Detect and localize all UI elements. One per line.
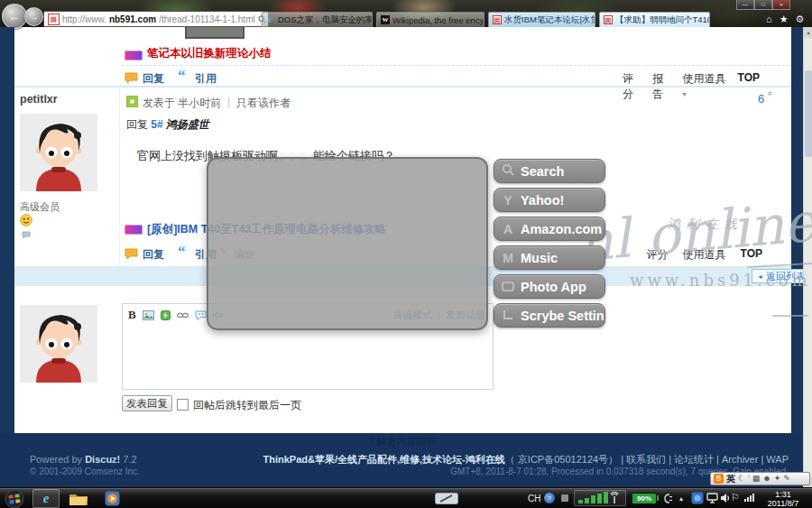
tab-wikipedia[interactable]: W Wikipedia, the free encyclo... [376,12,484,27]
menu-item-scrybe-settings[interactable]: Scrybe Settings [494,303,605,328]
reply-link[interactable]: 回复 [143,247,164,263]
network-icon[interactable] [706,493,718,503]
ime-tools-icon[interactable]: ✎ [783,473,790,485]
menu-item-label: Yahoo! [521,193,564,208]
volume-icon[interactable] [720,493,731,503]
desktop-screen: ← → 回 http://www.nb591.com/thread-101134… [0,0,812,508]
battery-indicator[interactable]: 90% [632,493,657,504]
forward-arrow-icon: → [30,12,39,22]
ime-fullhalf-moon-icon[interactable]: ☾ [738,473,745,485]
online-status-icon [126,96,138,107]
menu-item-label: Amazon.com [521,222,602,236]
quote-icon[interactable]: “ [178,247,186,256]
amazon-icon: A [500,222,516,236]
taskbar-ie-button[interactable]: e [32,489,60,508]
sogou-logo-icon[interactable]: S [714,474,724,484]
start-button[interactable] [5,489,24,508]
site-favicon: 回 [48,14,60,25]
menu-item-search[interactable]: Search [494,159,605,183]
top-link[interactable]: TOP [741,247,762,263]
action-center-icon[interactable] [691,492,704,504]
browser-toolbar: ⌂ ★ ⚙ [766,14,804,25]
tab-title: 【求助】弱弱地问个T410s... [615,14,710,26]
scrollbar-thumb[interactable] [805,70,812,157]
address-bar[interactable]: 回 http://www.nb591.com/thread-101134-1-1… [43,11,269,27]
footer-site-links[interactable]: （ 京ICP备05012124号） | 联系我们 | 论坛统计 | Archiv… [505,454,789,465]
menu-item-music[interactable]: M Music [494,245,605,270]
signal-bar [744,499,746,502]
message-icon[interactable] [22,231,31,239]
menu-item-yahoo[interactable]: Y Yahoo! [494,188,605,212]
avatar[interactable] [20,305,97,383]
jump-checkbox[interactable] [177,399,189,411]
browser-titlebar: ← → 回 http://www.nb591.com/thread-101134… [0,0,812,27]
tab-current-thread[interactable]: 回 【求助】弱弱地问个T410s... × [599,12,710,27]
browser-scrollbar[interactable]: ▲ ▼ [803,27,812,487]
smilies-icon[interactable] [195,310,207,320]
ie-favicon: e [266,15,275,24]
post-author[interactable]: petitlxr [20,93,58,106]
language-indicator[interactable]: CH [528,494,540,503]
favorites-star-icon[interactable]: ★ [780,14,789,25]
bold-button[interactable]: B [128,309,136,320]
signal-bar [591,495,595,503]
tablet-input-icon[interactable] [435,492,458,505]
tab-nb591-forum[interactable]: 回 水货IBM笔记本论坛|水货think... [488,12,595,27]
action-flag-icon[interactable]: ⚐ [731,492,740,503]
ime-account-icon[interactable]: ☻ [762,473,770,485]
props-link[interactable]: 使用道具 [683,247,726,263]
scroll-up-icon[interactable]: ▲ [804,27,812,38]
jump-checkbox-label: 回帖后跳转到最后一页 [193,398,301,413]
ime-skin-icon[interactable]: ✦ [774,473,781,485]
related-thread-link[interactable]: 笔记本以旧换新理论小结 [147,46,272,61]
footer-copyright: © 2001-2009 Comsenz Inc. [30,466,140,478]
help-icon[interactable]: ? [544,493,555,503]
forward-button[interactable]: → [24,7,43,26]
taskbar-clock[interactable]: 1:31 2011/8/7 [758,490,808,508]
insert-link-icon[interactable] [177,311,189,319]
back-button[interactable]: ← [2,4,27,29]
wikipedia-favicon: W [381,15,390,24]
ime-softkeyboard-icon[interactable]: ▦ [752,473,761,485]
menu-item-photo-app[interactable]: Photo App [494,274,605,299]
reply-link[interactable]: 回复 [143,71,164,87]
footer-site-title: ThinkPad&苹果/全线产品配件,维修,技术论坛-鸿利在线 [263,454,505,465]
settings-gear-icon[interactable]: ⚙ [796,14,805,25]
rate-link[interactable]: 评分 [647,247,669,263]
discuz-brand[interactable]: Discuz! [85,454,120,465]
footer-powered-by: Powered by Discuz! 7.2 © 2001-2009 Comse… [30,453,140,478]
hidden-icons-arrow[interactable]: ▴ [679,494,683,503]
reply-bubble-icon[interactable] [125,248,138,260]
ime-punctuation-icon[interactable]: ' [748,473,750,485]
thread-badge-icon [125,225,143,235]
reply-bubble-icon[interactable] [125,72,138,84]
floor-number[interactable]: 6 [758,92,764,106]
taskbar-mediaplayer-button[interactable] [105,491,120,506]
quote-icon[interactable]: “ [178,71,186,80]
minimize-button[interactable]: — [736,0,754,10]
menu-item-amazon[interactable]: A Amazon.com [494,217,605,241]
maximize-button[interactable]: □ [754,0,772,10]
taskbar-explorer-button[interactable] [69,492,88,506]
quote-link[interactable]: 引用 [195,71,217,87]
wireless-signal-icon[interactable] [744,494,754,502]
app-shortcut-menu: Search Y Yahoo! A Amazon.com M Music Pho… [494,159,605,332]
back-arrow-icon: ← [8,9,21,23]
network-meter-widget[interactable] [574,490,626,506]
tray-misc-icon[interactable] [561,494,568,502]
submit-reply-button[interactable]: 发表回复 [122,395,172,411]
avatar[interactable] [20,114,97,191]
close-button[interactable]: × [772,0,790,10]
input-method-bar: S 英 ☾ ' ▦ ☻ ✦ ✎ [710,472,810,485]
tab-dos-home[interactable]: e DOS之家，电脑安全的家，do... [262,12,373,27]
only-author-link[interactable]: 只看该作者 [236,96,291,111]
insert-flash-icon[interactable] [161,310,171,320]
referenced-floor-link[interactable]: 5# [151,118,162,131]
referenced-user[interactable]: 鸿扬盛世 [163,118,209,131]
menu-item-label: Music [521,251,558,265]
insert-image-icon[interactable] [143,310,154,320]
yahoo-icon: Y [500,193,516,208]
windows-taskbar: e CH ? 90% ▴ ⚐ [0,487,812,508]
ime-language-mode[interactable]: 英 [726,473,735,485]
home-icon[interactable]: ⌂ [766,14,772,25]
